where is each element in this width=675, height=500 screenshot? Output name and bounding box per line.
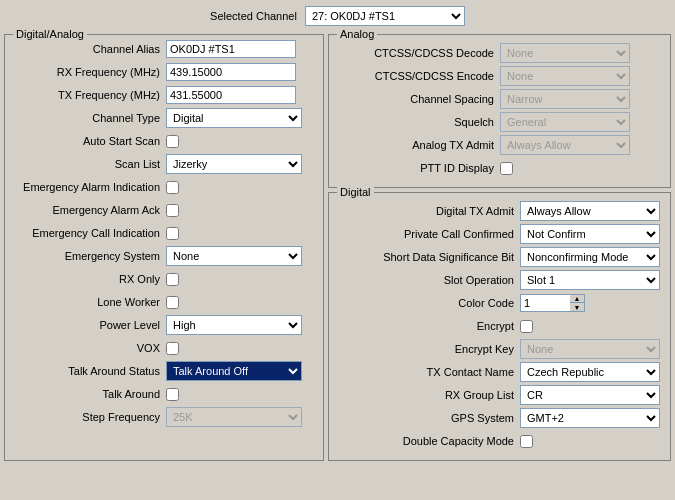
ctcss-decode-select[interactable]: None [500, 43, 630, 63]
short-data-significance-select[interactable]: Nonconfirming Mode [520, 247, 660, 267]
color-code-decrement[interactable]: ▼ [570, 303, 584, 311]
channel-type-label: Channel Type [11, 112, 166, 124]
auto-start-scan-label: Auto Start Scan [11, 135, 166, 147]
channel-alias-row: Channel Alias OK0DJ #TS1 [11, 39, 317, 59]
emergency-call-ind-row: Emergency Call Indication [11, 223, 317, 243]
lone-worker-label: Lone Worker [11, 296, 166, 308]
encrypt-row: Encrypt [335, 316, 664, 336]
channel-type-select[interactable]: Digital [166, 108, 302, 128]
encrypt-key-row: Encrypt Key None [335, 339, 664, 359]
step-frequency-select[interactable]: 25K [166, 407, 302, 427]
analog-tx-admit-select[interactable]: Always Allow [500, 135, 630, 155]
ctcss-decode-row: CTCSS/CDCSS Decode None [335, 43, 664, 63]
step-frequency-row: Step Frequency 25K [11, 407, 317, 427]
talk-around-row: Talk Around [11, 384, 317, 404]
color-code-spinner: ▲ ▼ [520, 294, 585, 312]
digital-tx-admit-select[interactable]: Always Allow [520, 201, 660, 221]
emergency-call-ind-checkbox[interactable] [166, 227, 179, 240]
color-code-increment[interactable]: ▲ [570, 295, 584, 303]
squelch-select[interactable]: General [500, 112, 630, 132]
talk-around-status-label: Talk Around Status [11, 365, 166, 377]
rx-freq-label: RX Frequency (MHz) [11, 66, 166, 78]
private-call-confirmed-select[interactable]: Not Confirm [520, 224, 660, 244]
power-level-select[interactable]: High Low [166, 315, 302, 335]
tx-contact-name-row: TX Contact Name Czech Republic [335, 362, 664, 382]
tx-freq-input[interactable]: 431.55000 [166, 86, 296, 104]
tx-freq-label: TX Frequency (MHz) [11, 89, 166, 101]
double-capacity-mode-row: Double Capacity Mode [335, 431, 664, 451]
scan-list-label: Scan List [11, 158, 166, 170]
main-content: Digital/Analog Channel Alias OK0DJ #TS1 … [0, 32, 675, 463]
digital-tx-admit-label: Digital TX Admit [335, 205, 520, 217]
emergency-alarm-ack-checkbox[interactable] [166, 204, 179, 217]
slot-operation-select[interactable]: Slot 1 [520, 270, 660, 290]
tx-contact-name-label: TX Contact Name [335, 366, 520, 378]
emergency-alarm-ind-row: Emergency Alarm Indication [11, 177, 317, 197]
selected-channel-label: Selected Channel [210, 10, 297, 22]
color-code-input[interactable] [520, 294, 570, 312]
left-panel: Digital/Analog Channel Alias OK0DJ #TS1 … [4, 34, 324, 461]
rx-group-list-select[interactable]: CR [520, 385, 660, 405]
scan-list-select[interactable]: Jizerky [166, 154, 302, 174]
power-level-label: Power Level [11, 319, 166, 331]
channel-type-row: Channel Type Digital [11, 108, 317, 128]
rx-only-row: RX Only [11, 269, 317, 289]
talk-around-status-select[interactable]: Talk Around Off Talk Around On [166, 361, 302, 381]
digital-tx-admit-row: Digital TX Admit Always Allow [335, 201, 664, 221]
tx-freq-row: TX Frequency (MHz) 431.55000 [11, 85, 317, 105]
right-panel-container: Analog CTCSS/CDCSS Decode None CTCSS/CDC… [328, 34, 671, 461]
rx-only-label: RX Only [11, 273, 166, 285]
gps-system-select[interactable]: GMT+2 [520, 408, 660, 428]
emergency-system-select[interactable]: None [166, 246, 302, 266]
rx-freq-input[interactable]: 439.15000 [166, 63, 296, 81]
auto-start-scan-checkbox[interactable] [166, 135, 179, 148]
channel-spacing-label: Channel Spacing [335, 93, 500, 105]
digital-panel: Digital Digital TX Admit Always Allow Pr… [328, 192, 671, 461]
digital-panel-title: Digital [337, 186, 374, 198]
squelch-row: Squelch General [335, 112, 664, 132]
channel-alias-label: Channel Alias [11, 43, 166, 55]
rx-group-list-label: RX Group List [335, 389, 520, 401]
color-code-label: Color Code [335, 297, 520, 309]
encrypt-key-label: Encrypt Key [335, 343, 520, 355]
encrypt-label: Encrypt [335, 320, 520, 332]
ptt-id-display-row: PTT ID Display [335, 158, 664, 178]
channel-spacing-select[interactable]: Narrow [500, 89, 630, 109]
emergency-call-ind-label: Emergency Call Indication [11, 227, 166, 239]
emergency-alarm-ack-row: Emergency Alarm Ack [11, 200, 317, 220]
private-call-confirmed-row: Private Call Confirmed Not Confirm [335, 224, 664, 244]
rx-group-list-row: RX Group List CR [335, 385, 664, 405]
ptt-id-display-label: PTT ID Display [335, 162, 500, 174]
lone-worker-checkbox[interactable] [166, 296, 179, 309]
double-capacity-mode-checkbox[interactable] [520, 435, 533, 448]
ctcss-encode-select[interactable]: None [500, 66, 630, 86]
rx-freq-row: RX Frequency (MHz) 439.15000 [11, 62, 317, 82]
vox-label: VOX [11, 342, 166, 354]
rx-only-checkbox[interactable] [166, 273, 179, 286]
tx-contact-name-select[interactable]: Czech Republic [520, 362, 660, 382]
short-data-significance-label: Short Data Significance Bit [335, 251, 520, 263]
channel-select[interactable]: 27: OK0DJ #TS1 [305, 6, 465, 26]
private-call-confirmed-label: Private Call Confirmed [335, 228, 520, 240]
analog-tx-admit-row: Analog TX Admit Always Allow [335, 135, 664, 155]
emergency-system-row: Emergency System None [11, 246, 317, 266]
ptt-id-display-checkbox[interactable] [500, 162, 513, 175]
channel-spacing-row: Channel Spacing Narrow [335, 89, 664, 109]
gps-system-row: GPS System GMT+2 [335, 408, 664, 428]
ctcss-encode-label: CTCSS/CDCSS Encode [335, 70, 500, 82]
vox-row: VOX [11, 338, 317, 358]
gps-system-label: GPS System [335, 412, 520, 424]
ctcss-decode-label: CTCSS/CDCSS Decode [335, 47, 500, 59]
encrypt-key-select[interactable]: None [520, 339, 660, 359]
color-code-row: Color Code ▲ ▼ [335, 293, 664, 313]
vox-checkbox[interactable] [166, 342, 179, 355]
emergency-alarm-ind-checkbox[interactable] [166, 181, 179, 194]
channel-alias-input[interactable]: OK0DJ #TS1 [166, 40, 296, 58]
ctcss-encode-row: CTCSS/CDCSS Encode None [335, 66, 664, 86]
talk-around-checkbox[interactable] [166, 388, 179, 401]
color-code-spinner-buttons: ▲ ▼ [570, 294, 585, 312]
talk-around-label: Talk Around [11, 388, 166, 400]
emergency-system-label: Emergency System [11, 250, 166, 262]
encrypt-checkbox[interactable] [520, 320, 533, 333]
slot-operation-row: Slot Operation Slot 1 [335, 270, 664, 290]
